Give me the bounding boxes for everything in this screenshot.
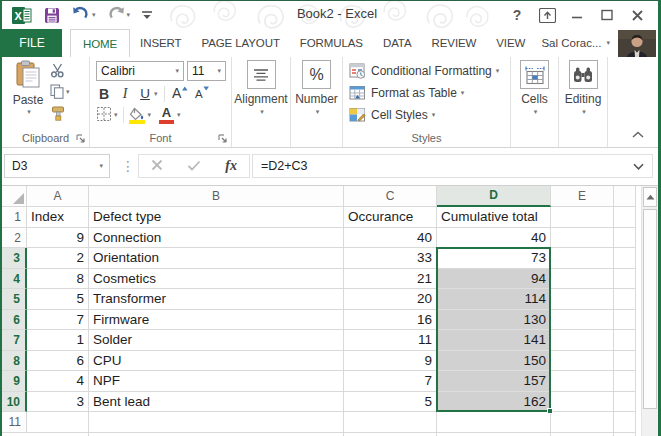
- column-header-d[interactable]: D: [437, 186, 551, 207]
- tab-file[interactable]: FILE: [2, 29, 62, 57]
- cell-B12[interactable]: [89, 433, 344, 436]
- row-header-7[interactable]: 7: [2, 330, 27, 351]
- cell-B1[interactable]: Defect type: [89, 207, 344, 228]
- cell-A9[interactable]: 4: [27, 371, 89, 392]
- account-menu[interactable]: Sal Corac... ▾: [541, 29, 610, 57]
- cell-C9[interactable]: 7: [344, 371, 437, 392]
- cell-B11[interactable]: [89, 412, 344, 433]
- cell-B5[interactable]: Transformer: [89, 289, 344, 310]
- cell-F12[interactable]: [614, 433, 636, 436]
- cut-button[interactable]: [50, 63, 65, 78]
- row-header-11[interactable]: 11: [2, 412, 27, 433]
- alignment-group-button[interactable]: Alignment ▾: [232, 60, 290, 116]
- tab-formulas[interactable]: FORMULAS: [290, 29, 373, 57]
- cell-E9[interactable]: [551, 371, 614, 392]
- cell-F1[interactable]: [614, 207, 636, 228]
- cell-E1[interactable]: [551, 207, 614, 228]
- font-group-dialog-launcher-icon[interactable]: [218, 133, 228, 143]
- redo-icon[interactable]: ▾: [107, 6, 131, 24]
- cell-A12[interactable]: [27, 433, 89, 436]
- save-icon[interactable]: [44, 7, 60, 23]
- cell-C6[interactable]: 16: [344, 310, 437, 331]
- column-header-c[interactable]: C: [344, 186, 437, 207]
- cell-F4[interactable]: [614, 269, 636, 290]
- cell-C3[interactable]: 33: [344, 248, 437, 269]
- cell-F9[interactable]: [614, 371, 636, 392]
- cell-A7[interactable]: 1: [27, 330, 89, 351]
- cell-A3[interactable]: 2: [27, 248, 89, 269]
- copy-button[interactable]: ▾: [50, 84, 70, 99]
- excel-logo-icon[interactable]: X: [12, 6, 32, 25]
- tab-page-layout[interactable]: PAGE LAYOUT: [191, 29, 289, 57]
- cell-E11[interactable]: [551, 412, 614, 433]
- cancel-icon[interactable]: [151, 157, 163, 175]
- clipboard-group-dialog-launcher-icon[interactable]: [76, 133, 86, 143]
- select-all-corner[interactable]: [2, 186, 27, 207]
- cell-B10[interactable]: Bent lead: [89, 392, 344, 413]
- font-size-select[interactable]: 11▾: [187, 61, 226, 81]
- paste-button[interactable]: Paste ▾: [8, 60, 48, 116]
- cell-C8[interactable]: 9: [344, 351, 437, 372]
- cell-A11[interactable]: [27, 412, 89, 433]
- name-box[interactable]: D3 ▾: [4, 154, 110, 178]
- cell-A5[interactable]: 5: [27, 289, 89, 310]
- font-color-button[interactable]: A: [159, 107, 174, 124]
- fill-color-button[interactable]: [129, 107, 146, 124]
- cell-E5[interactable]: [551, 289, 614, 310]
- cell-D12[interactable]: [437, 433, 551, 436]
- tab-review[interactable]: REVIEW: [422, 29, 487, 57]
- cell-B9[interactable]: NPF: [89, 371, 344, 392]
- cell-F2[interactable]: [614, 228, 636, 249]
- cell-F8[interactable]: [614, 351, 636, 372]
- cell-A4[interactable]: 8: [27, 269, 89, 290]
- chevron-down-icon[interactable]: ▾: [114, 111, 118, 119]
- cell-B3[interactable]: Orientation: [89, 248, 344, 269]
- undo-icon[interactable]: ▾: [72, 6, 96, 24]
- row-header-8[interactable]: 8: [2, 351, 27, 372]
- row-header-6[interactable]: 6: [2, 310, 27, 331]
- cell-C7[interactable]: 11: [344, 330, 437, 351]
- format-painter-button[interactable]: [51, 106, 66, 121]
- close-button[interactable]: [622, 3, 652, 27]
- cell-A10[interactable]: 3: [27, 392, 89, 413]
- bold-button[interactable]: B: [96, 86, 112, 102]
- cell-A1[interactable]: Index: [27, 207, 89, 228]
- cell-B6[interactable]: Firmware: [89, 310, 344, 331]
- cell-E8[interactable]: [551, 351, 614, 372]
- chevron-down-icon[interactable]: ▾: [154, 90, 158, 98]
- format-as-table-button[interactable]: Format as Table ▾: [349, 83, 464, 103]
- cell-E7[interactable]: [551, 330, 614, 351]
- row-header-10[interactable]: 10: [2, 392, 27, 413]
- ribbon-display-options-button[interactable]: [532, 3, 562, 27]
- cell-C5[interactable]: 20: [344, 289, 437, 310]
- cell-A2[interactable]: 9: [27, 228, 89, 249]
- increase-font-size-button[interactable]: A: [171, 85, 188, 102]
- formula-input[interactable]: =D2+C3: [252, 154, 653, 178]
- row-header-3[interactable]: 3: [2, 248, 27, 269]
- cell-E12[interactable]: [551, 433, 614, 436]
- cell-B4[interactable]: Cosmetics: [89, 269, 344, 290]
- cell-C1[interactable]: Occurance: [344, 207, 437, 228]
- cell-C12[interactable]: [344, 433, 437, 436]
- enter-icon[interactable]: [187, 157, 201, 175]
- cell-C10[interactable]: 5: [344, 392, 437, 413]
- italic-button[interactable]: I: [117, 86, 133, 102]
- cell-E2[interactable]: [551, 228, 614, 249]
- borders-button[interactable]: [96, 106, 112, 125]
- font-family-select[interactable]: Calibri▾: [96, 61, 184, 81]
- help-button[interactable]: ?: [502, 3, 532, 27]
- insert-function-icon[interactable]: fx: [225, 158, 237, 174]
- expand-formula-bar-icon[interactable]: [633, 160, 644, 172]
- cell-E4[interactable]: [551, 269, 614, 290]
- cell-D11[interactable]: [437, 412, 551, 433]
- cell-D2[interactable]: 40: [437, 228, 551, 249]
- cell-C2[interactable]: 40: [344, 228, 437, 249]
- minimize-button[interactable]: [562, 3, 592, 27]
- row-header-1[interactable]: 1: [2, 207, 27, 228]
- cell-C4[interactable]: 21: [344, 269, 437, 290]
- conditional-formatting-button[interactable]: Conditional Formatting ▾: [349, 61, 499, 81]
- user-avatar[interactable]: [618, 30, 652, 57]
- row-header-5[interactable]: 5: [2, 289, 27, 310]
- chevron-down-icon[interactable]: ▾: [177, 111, 181, 119]
- cell-F7[interactable]: [614, 330, 636, 351]
